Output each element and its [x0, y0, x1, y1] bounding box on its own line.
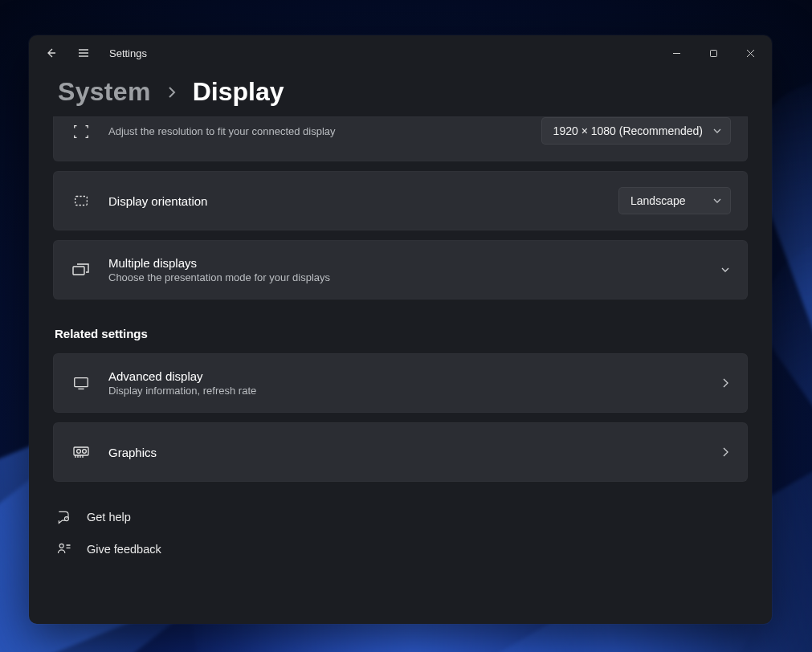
multiple-displays-title: Multiple displays — [108, 256, 704, 270]
graphics-card-icon — [70, 444, 92, 460]
resolution-select-value: 1920 × 1080 (Recommended) — [553, 124, 703, 137]
close-button[interactable] — [732, 41, 769, 65]
expand-chevron[interactable] — [720, 264, 731, 275]
breadcrumb-parent[interactable]: System — [58, 77, 151, 107]
advanced-display-sub: Display information, refresh rate — [108, 385, 704, 397]
footer-links: Get help Give feedback — [53, 503, 748, 564]
help-icon — [55, 509, 74, 525]
window-title: Settings — [109, 47, 147, 59]
svg-rect-1 — [75, 197, 88, 206]
minimize-button[interactable] — [658, 41, 695, 65]
display-resolution-sub: Adjust the resolution to fit your connec… — [108, 125, 525, 137]
monitor-icon — [70, 374, 92, 392]
advanced-display-row[interactable]: Advanced display Display information, re… — [53, 353, 748, 413]
back-button[interactable] — [35, 37, 67, 69]
graphics-row[interactable]: Graphics — [53, 422, 748, 482]
svg-point-6 — [83, 450, 87, 454]
settings-window: Settings System Display — [29, 35, 772, 624]
display-resolution-row[interactable]: Adjust the resolution to fit your connec… — [53, 116, 748, 161]
multiple-displays-sub: Choose the presentation mode for your di… — [108, 271, 704, 283]
multiple-displays-icon — [70, 261, 92, 279]
graphics-title: Graphics — [108, 446, 704, 459]
resolution-select[interactable]: 1920 × 1080 (Recommended) — [541, 117, 731, 145]
svg-rect-3 — [75, 378, 88, 387]
multiple-displays-row[interactable]: Multiple displays Choose the presentatio… — [53, 240, 748, 300]
chevron-down-icon — [712, 126, 722, 136]
window-controls — [658, 41, 769, 65]
give-feedback-link[interactable]: Give feedback — [53, 535, 748, 564]
titlebar: Settings — [29, 35, 772, 71]
orientation-select-value: Landscape — [630, 194, 686, 207]
svg-point-7 — [64, 517, 68, 521]
feedback-icon — [55, 541, 74, 557]
chevron-right-icon — [720, 446, 731, 458]
svg-point-5 — [77, 450, 81, 454]
maximize-button[interactable] — [695, 41, 732, 65]
display-orientation-row[interactable]: Display orientation Landscape — [53, 171, 748, 230]
chevron-down-icon — [712, 196, 722, 206]
svg-point-8 — [59, 544, 63, 548]
breadcrumb: System Display — [29, 71, 772, 108]
resolution-icon — [70, 123, 92, 141]
get-help-label: Get help — [87, 511, 131, 524]
svg-rect-2 — [73, 267, 84, 275]
orientation-select[interactable]: Landscape — [618, 187, 731, 214]
related-settings-header: Related settings — [55, 327, 746, 340]
breadcrumb-current: Display — [193, 77, 284, 107]
settings-content: Adjust the resolution to fit your connec… — [29, 108, 772, 624]
chevron-right-icon — [165, 86, 178, 99]
svg-rect-0 — [710, 50, 716, 56]
hamburger-menu-button[interactable] — [67, 37, 100, 69]
orientation-icon — [70, 192, 92, 210]
chevron-right-icon — [720, 377, 731, 389]
give-feedback-label: Give feedback — [87, 543, 161, 556]
display-orientation-title: Display orientation — [108, 194, 602, 208]
advanced-display-title: Advanced display — [108, 369, 704, 383]
get-help-link[interactable]: Get help — [53, 503, 748, 532]
